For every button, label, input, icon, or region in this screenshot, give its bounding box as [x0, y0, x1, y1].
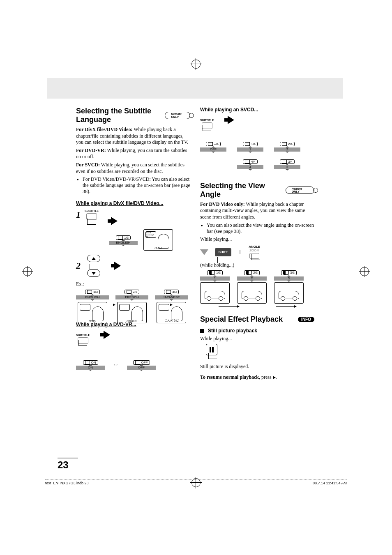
example-cell: Bonjour!: [115, 302, 148, 325]
arrow-right-icon: [228, 116, 234, 124]
osd-language: JAPANESE: [163, 295, 180, 299]
subtitle-icon: [87, 290, 92, 294]
resume-text: press: [260, 374, 273, 380]
osd-language: ENGLISH: [85, 295, 99, 299]
subheading-svcd: While playing an SVCD...: [200, 107, 314, 113]
key-icon: [249, 253, 259, 259]
svcd-cell: 3/4 3: [274, 159, 300, 169]
osd-fraction: 1/3: [124, 236, 129, 240]
svcd-grid: –/4 OFF 1/4 1 2/4 2 4/4 4: [200, 141, 314, 169]
resume-line: To resume normal playback, press .: [200, 374, 314, 381]
subtitle-button-label: SUBTITLE: [85, 210, 99, 212]
osd-value: OFF: [141, 361, 148, 364]
osd-bar-label: 4: [249, 165, 251, 169]
crop-mark: [346, 33, 359, 46]
key-icon: [78, 337, 88, 344]
section-title-text: Selecting the Subtitle Language: [76, 107, 162, 124]
step-number-1: 1: [76, 210, 81, 220]
osd-bar-label: OFF: [138, 366, 145, 369]
person-icon: [92, 306, 104, 321]
car-scene: [237, 282, 267, 304]
angle-cell: 2/3 2: [237, 270, 267, 305]
arrow-icon: [152, 305, 172, 305]
subheading-divx: While playing a DivX file/DVD Video...: [76, 200, 190, 206]
while-playing-label: While playing...: [200, 336, 314, 342]
play-icon: [273, 376, 276, 379]
osd-fraction: 4/4: [251, 160, 256, 164]
person-icon: [131, 306, 143, 321]
osd-value: ON: [91, 361, 96, 364]
scene-illustration: Good morning! Hey, what's up? Hello!: [143, 229, 173, 251]
car-scene: [274, 282, 304, 304]
still-heading: Still picture playback: [200, 328, 314, 334]
subtitle-icon: [85, 361, 90, 364]
osd-bar: ENGLISH: [76, 295, 109, 299]
osd-bar-label: 2: [251, 276, 253, 280]
osd-indicator: ON ON: [76, 360, 105, 370]
osd-bar: ENGLISH: [109, 241, 138, 245]
osd-top: 4/4: [243, 159, 258, 164]
speech-bubble: Good morning! Hey, what's up?: [145, 231, 156, 238]
bullet-list: You can also select the view angle using…: [200, 222, 314, 235]
header-band: [47, 78, 343, 99]
plus-icon: +: [238, 248, 242, 257]
speech-bubble: [80, 304, 90, 311]
angle-grid: 1/3 1 2/3 2 3/3 3: [200, 270, 314, 305]
paragraph: For DVD Video only: While playing back a…: [200, 201, 314, 221]
while-playing-label: While playing...: [200, 236, 314, 243]
example-cell: 2/3 FRENCH: [115, 289, 148, 299]
subtitle-button-icon: SUBTITLE: [85, 210, 99, 220]
still-heading-text: Still picture playback: [208, 328, 257, 334]
subtitle-icon: [135, 361, 140, 364]
osd-bar: 3: [274, 165, 300, 169]
triangle-down-icon: [92, 272, 96, 275]
subtitle-icon: [166, 290, 171, 294]
key-icon: [86, 213, 97, 220]
footer: text_EN_NXG7G3.indb 23 08.7.14 11:41:54 …: [45, 479, 347, 485]
bold-lead: For SVCD:: [76, 162, 100, 168]
right-column: While playing an SVCD... SUBTITLE –/4 OF…: [200, 107, 314, 382]
subtitle-button-icon: SUBTITLE: [76, 334, 90, 344]
osd-top: 3/4: [280, 159, 295, 164]
subtitle-press: SUBTITLE: [200, 116, 314, 129]
osd-bar: 3: [274, 276, 304, 281]
svcd-cell: 4/4 4: [237, 159, 263, 169]
osd-indicator: OFF OFF: [127, 360, 156, 370]
subtitle-icon: [245, 142, 250, 146]
registration-mark: [191, 60, 201, 69]
paragraph: For SVCD: While playing, you can select …: [76, 162, 190, 175]
shift-angle-row: SHIFT + ANGLE ZOOM: [200, 245, 314, 260]
angle-label: ANGLE: [249, 245, 260, 249]
osd-fraction: 1/3: [93, 290, 98, 294]
arrow-icon: [276, 306, 296, 307]
osd-fraction: 3/3: [172, 290, 177, 294]
example-label: Ex.:: [76, 281, 190, 288]
angle-icon: [209, 271, 215, 275]
down-arrow-icon: [200, 249, 208, 255]
bidirectional-arrow-icon: ↔: [113, 362, 119, 368]
angle-cell: 3/3 3: [274, 270, 304, 305]
subtitle-icon: [282, 142, 287, 146]
page-number: 23: [58, 458, 78, 471]
example-cell: Hello!: [76, 302, 109, 325]
osd-top: 3/3: [164, 290, 179, 294]
osd-bar: JAPANESE: [155, 295, 188, 299]
osd-indicator: 1/3 ENGLISH: [109, 235, 138, 245]
subtitle-icon: [282, 160, 287, 164]
angle-zoom-label: ANGLE ZOOM: [249, 245, 260, 259]
remote-only-badge: Remote ONLY: [286, 187, 314, 194]
osd-language: ENGLISH: [116, 241, 130, 244]
resume-bold: To resume normal playback,: [200, 374, 260, 380]
car-scene: [200, 282, 230, 304]
pause-press: [206, 344, 314, 355]
registration-mark: [360, 267, 369, 276]
osd-bar: OFF: [127, 366, 156, 370]
bold-lead: For DivX files/DVD Video:: [76, 127, 132, 132]
svcd-cell: –/4 OFF: [200, 141, 226, 152]
osd-fraction: –/4: [214, 142, 219, 146]
step-2: 2: [76, 255, 190, 277]
subtitle-press: SUBTITLE: [76, 331, 190, 344]
bullet-item: For DVD Video/DVD-VR/SVCD: You can also …: [83, 176, 190, 195]
up-button-icon: [87, 255, 100, 262]
osd-bar-label: 3: [286, 165, 288, 169]
